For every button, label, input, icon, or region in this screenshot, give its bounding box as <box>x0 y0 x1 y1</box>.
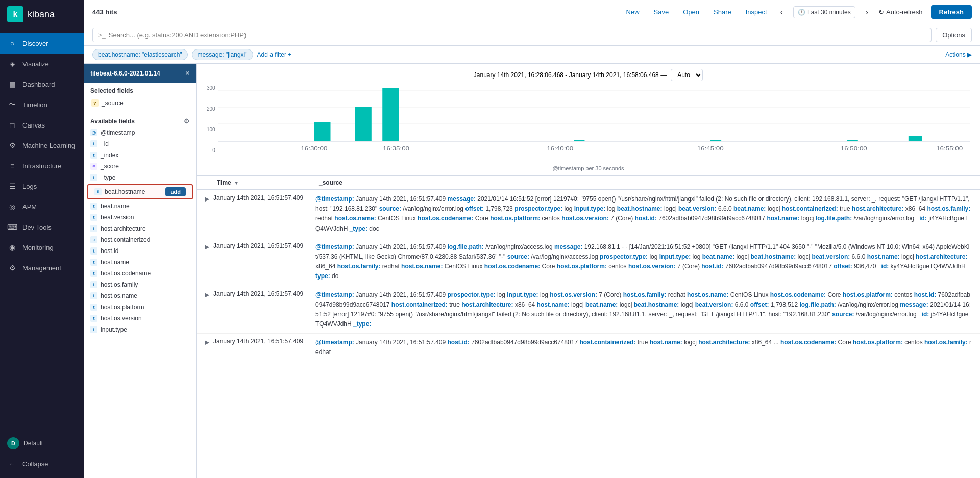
badge-t-host-arch: t <box>90 225 97 232</box>
sidebar-item-apm[interactable]: ◎ APM <box>0 196 84 217</box>
field-name-host-arch: host.architecture <box>101 225 190 232</box>
discover-icon: ○ <box>7 38 17 48</box>
field-row-beat-name[interactable]: t beat.name <box>84 200 196 212</box>
index-close-button[interactable]: × <box>185 69 190 78</box>
search-prompt-icon: >_ <box>98 31 106 39</box>
field-row-host-name[interactable]: t host.name <box>84 257 196 268</box>
save-button[interactable]: Save <box>651 6 672 18</box>
sidebar-item-timelion[interactable]: 〜 Timelion <box>0 94 84 115</box>
field-row-beat-version[interactable]: t beat.version <box>84 212 196 223</box>
cell-source-2: @timestamp: January 14th 2021, 16:51:57.… <box>315 242 972 282</box>
field-row-type[interactable]: t _type <box>84 172 196 183</box>
options-button[interactable]: Options <box>936 28 972 42</box>
field-row-input-type[interactable]: t input.type <box>84 324 196 335</box>
field-row-score[interactable]: # _score <box>84 161 196 172</box>
nav-left-arrow[interactable]: ‹ <box>778 6 785 19</box>
time-range-label: Last 30 minutes <box>807 9 851 16</box>
expand-arrow-1[interactable]: ▶ <box>205 195 209 203</box>
open-button[interactable]: Open <box>680 6 702 18</box>
sidebar-item-collapse[interactable]: ← Collapse <box>0 454 84 474</box>
devtools-icon: ⌨ <box>7 222 17 232</box>
svg-rect-9 <box>710 140 721 141</box>
share-button[interactable]: Share <box>710 6 734 18</box>
sidebar-item-discover[interactable]: ○ Discover <box>0 33 84 54</box>
filter-tag-message[interactable]: message: "jiangxl" <box>192 49 253 60</box>
field-row-host-os-platform[interactable]: t host.os.platform <box>84 301 196 313</box>
field-row-host-os-family[interactable]: t host.os.family <box>84 279 196 290</box>
sidebar-label-canvas: Canvas <box>22 121 45 129</box>
table-row-2: ▶ January 14th 2021, 16:51:57.409 @times… <box>197 238 980 286</box>
sidebar-item-management[interactable]: ⚙ Management <box>0 258 84 278</box>
field-row-id[interactable]: t _id <box>84 138 196 149</box>
expand-arrow-2[interactable]: ▶ <box>205 243 209 250</box>
sidebar-item-logs[interactable]: ☰ Logs <box>0 176 84 196</box>
badge-t-codename: t <box>90 270 97 277</box>
add-field-button[interactable]: add <box>165 187 186 196</box>
time-range-picker[interactable]: 🕐 Last 30 minutes <box>793 6 855 18</box>
field-row-host-id[interactable]: t host.id <box>84 245 196 257</box>
refresh-icon: ↻ <box>878 8 884 16</box>
selected-fields-label: Selected fields <box>90 87 190 94</box>
new-button[interactable]: New <box>623 6 643 18</box>
auto-refresh-button[interactable]: ↻ Auto-refresh <box>878 8 923 16</box>
fields-list: @ @timestamp t _id t _index # _score t <box>84 127 196 478</box>
field-row-host-os-name[interactable]: t host.os.name <box>84 290 196 301</box>
sidebar-user[interactable]: D Default <box>0 433 84 454</box>
actions-button[interactable]: Actions ▶ <box>945 51 972 58</box>
topbar: 443 hits New Save Open Share Inspect ‹ 🕐… <box>84 0 980 24</box>
field-name-beat-version: beat.version <box>101 214 190 221</box>
kibana-logo-icon: k <box>7 6 23 22</box>
collapse-label: Collapse <box>22 460 48 468</box>
field-name-timestamp: @timestamp <box>101 129 190 136</box>
expand-arrow-3[interactable]: ▶ <box>205 291 209 298</box>
timelion-icon: 〜 <box>7 99 17 110</box>
inspect-button[interactable]: Inspect <box>743 6 770 18</box>
avatar: D <box>7 437 19 449</box>
sidebar-item-dashboard[interactable]: ▦ Dashboard <box>0 74 84 94</box>
table-row: ▶ January 14th 2021, 16:51:57.409 @times… <box>197 190 980 238</box>
ml-icon: ⚙ <box>7 140 17 150</box>
sidebar-item-canvas[interactable]: ◻ Canvas <box>0 115 84 135</box>
table-row: ▶ January 14th 2021, 16:51:57.409 @times… <box>197 334 980 362</box>
expand-arrow-4[interactable]: ▶ <box>205 339 209 346</box>
sidebar-label-visualize: Visualize <box>22 60 49 68</box>
field-row-host-containerized[interactable]: ○ host.containerized <box>84 234 196 245</box>
selected-fields-section: Selected fields ? _source <box>84 83 196 113</box>
filter-tag-hostname[interactable]: beat.hostname: "elasticsearch" <box>92 49 188 60</box>
svg-text:16:35:00: 16:35:00 <box>383 146 410 152</box>
svg-rect-8 <box>574 140 584 141</box>
sidebar-item-monitoring[interactable]: ◉ Monitoring <box>0 237 84 258</box>
collapse-icon: ← <box>7 459 17 469</box>
badge-t-beat-name: t <box>90 203 97 210</box>
field-row-beat-hostname[interactable]: t beat.hostname add → <box>87 184 193 199</box>
field-row-index[interactable]: t _index <box>84 149 196 161</box>
field-row-host-os-codename[interactable]: t host.os.codename <box>84 268 196 279</box>
sidebar-nav: ○ Discover ◈ Visualize ▦ Dashboard 〜 Tim… <box>0 29 84 429</box>
badge-t-input-type: t <box>90 326 97 333</box>
nav-right-arrow[interactable]: › <box>864 6 870 19</box>
sidebar-label-infrastructure: Infrastructure <box>22 162 62 170</box>
field-name-version: host.os.version <box>101 315 190 322</box>
chart-auto-select[interactable]: Auto <box>671 69 703 81</box>
sidebar-item-infrastructure[interactable]: ≡ Infrastructure <box>0 156 84 176</box>
sidebar-item-dev-tools[interactable]: ⌨ Dev Tools <box>0 217 84 237</box>
field-name-host-name: host.name <box>101 259 190 266</box>
field-name-host-containerized: host.containerized <box>101 236 190 243</box>
sidebar-label-apm: APM <box>22 203 37 211</box>
field-row-timestamp[interactable]: @ @timestamp <box>84 127 196 138</box>
search-input-wrap[interactable]: >_ <box>92 28 932 42</box>
add-filter-button[interactable]: Add a filter + <box>257 51 292 58</box>
right-panel: January 14th 2021, 16:28:06.468 - Januar… <box>197 64 980 478</box>
col-time-header: Time ▼ <box>217 179 319 186</box>
sidebar-item-machine-learning[interactable]: ⚙ Machine Learning <box>0 135 84 156</box>
sidebar-item-visualize[interactable]: ◈ Visualize <box>0 54 84 74</box>
refresh-button[interactable]: Refresh <box>931 5 972 19</box>
app-name: kibana <box>28 9 55 20</box>
content-area: filebeat-6.6.0-2021.01.14 × Selected fie… <box>84 64 980 478</box>
field-row-host-os-version[interactable]: t host.os.version <box>84 313 196 324</box>
svg-rect-6 <box>355 107 371 141</box>
field-row-host-architecture[interactable]: t host.architecture <box>84 223 196 234</box>
field-name-input-type: input.type <box>101 326 190 333</box>
search-input[interactable] <box>109 31 926 39</box>
fields-settings-button[interactable]: ⚙ <box>184 117 190 125</box>
